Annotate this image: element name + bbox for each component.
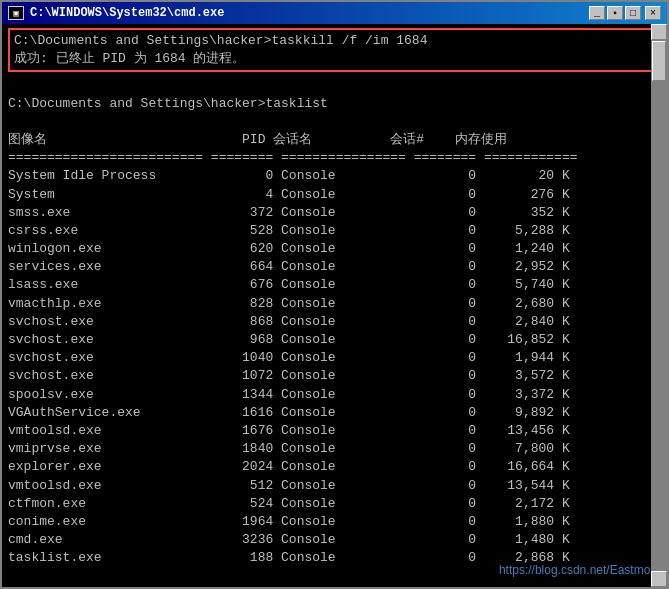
scroll-up-button[interactable]: ▲ [651, 24, 667, 40]
console-line: System 4 Console 0 276 K [8, 186, 661, 204]
scrollbar-thumb[interactable] [652, 41, 666, 81]
console-line: smss.exe 372 Console 0 352 K [8, 204, 661, 222]
console-area: C:\Documents and Settings\hacker>taskkil… [2, 24, 667, 587]
console-line: vmtoolsd.exe 1676 Console 0 13,456 K [8, 422, 661, 440]
console-lines: C:\Documents and Settings\hacker>tasklis… [8, 76, 661, 587]
watermark: https://blog.csdn.net/Eastmou [499, 563, 657, 577]
console-line: csrss.exe 528 Console 0 5,288 K [8, 222, 661, 240]
console-line [8, 76, 661, 94]
title-bar: ▣ C:\WINDOWS\System32\cmd.exe _ ▪ □ × [2, 2, 667, 24]
console-line: VGAuthService.exe 1616 Console 0 9,892 K [8, 404, 661, 422]
cmd-window: ▣ C:\WINDOWS\System32\cmd.exe _ ▪ □ × C:… [0, 0, 669, 589]
console-line: cmd.exe 3236 Console 0 1,480 K [8, 531, 661, 549]
console-line: ctfmon.exe 524 Console 0 2,172 K [8, 495, 661, 513]
console-line: svchost.exe 968 Console 0 16,852 K [8, 331, 661, 349]
scrollbar-track [651, 40, 667, 571]
console-line [8, 113, 661, 131]
minimize-button[interactable]: _ [589, 6, 605, 20]
console-line: lsass.exe 676 Console 0 5,740 K [8, 276, 661, 294]
console-line: svchost.exe 1072 Console 0 3,572 K [8, 367, 661, 385]
window-title: C:\WINDOWS\System32\cmd.exe [30, 6, 224, 20]
title-buttons: _ ▪ □ × [589, 6, 661, 20]
console-line: services.exe 664 Console 0 2,952 K [8, 258, 661, 276]
console-line: svchost.exe 1040 Console 0 1,944 K [8, 349, 661, 367]
console-line: vmacthlp.exe 828 Console 0 2,680 K [8, 295, 661, 313]
scrollbar[interactable]: ▲ ▼ [651, 24, 667, 587]
highlighted-line-2: 成功: 已终止 PID 为 1684 的进程。 [14, 50, 651, 68]
scroll-down-button[interactable]: ▼ [651, 571, 667, 587]
console-line: 图像名 PID 会话名 会话# 内存使用 [8, 131, 661, 149]
close-button[interactable]: × [645, 6, 661, 20]
highlighted-line-1: C:\Documents and Settings\hacker>taskkil… [14, 32, 651, 50]
console-line: spoolsv.exe 1344 Console 0 3,372 K [8, 386, 661, 404]
window-icon: ▣ [8, 6, 24, 20]
maximize-button[interactable]: □ [625, 6, 641, 20]
console-line: explorer.exe 2024 Console 0 16,664 K [8, 458, 661, 476]
console-line: winlogon.exe 620 Console 0 1,240 K [8, 240, 661, 258]
console-line: C:\Documents and Settings\hacker> [8, 586, 661, 587]
console-line: C:\Documents and Settings\hacker>tasklis… [8, 95, 661, 113]
console-line: vmiprvse.exe 1840 Console 0 7,800 K [8, 440, 661, 458]
restore-button[interactable]: ▪ [607, 6, 623, 20]
title-bar-left: ▣ C:\WINDOWS\System32\cmd.exe [8, 6, 224, 20]
highlighted-block: C:\Documents and Settings\hacker>taskkil… [8, 28, 657, 72]
console-line: vmtoolsd.exe 512 Console 0 13,544 K [8, 477, 661, 495]
console-line: System Idle Process 0 Console 0 20 K [8, 167, 661, 185]
console-line: svchost.exe 868 Console 0 2,840 K [8, 313, 661, 331]
console-line: conime.exe 1964 Console 0 1,880 K [8, 513, 661, 531]
console-line: ========================= ======== =====… [8, 149, 661, 167]
